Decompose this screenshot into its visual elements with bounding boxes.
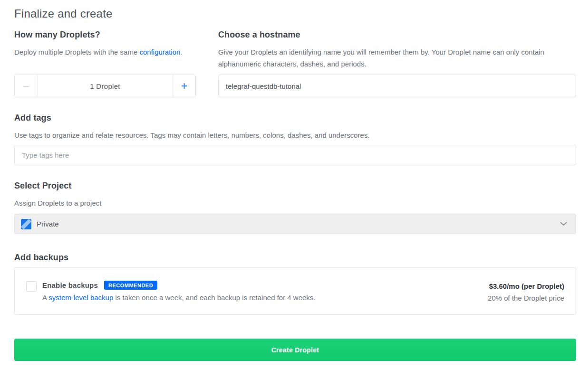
page-title: Finalize and create <box>14 7 576 21</box>
add-tags-heading: Add tags <box>14 113 576 123</box>
project-section: Select Project Assign Droplets to a proj… <box>14 180 576 234</box>
select-project-heading: Select Project <box>14 180 576 191</box>
droplet-count-value: 1 Droplet <box>38 75 173 97</box>
tags-description: Use tags to organize and relate resource… <box>14 129 576 141</box>
hostname-input[interactable] <box>218 75 576 97</box>
add-backups-heading: Add backups <box>14 252 576 263</box>
backups-card: Enable backups RECOMMENDED A system-leve… <box>14 267 576 315</box>
system-level-backup-link[interactable]: system-level backup <box>48 293 113 302</box>
project-select[interactable]: Private <box>14 214 576 234</box>
backups-price: $3.60/mo (per Droplet) <box>488 281 564 292</box>
recommended-badge: RECOMMENDED <box>104 281 157 290</box>
configuration-link[interactable]: configuration <box>139 48 180 56</box>
hostname-section: Choose a hostname Give your Droplets an … <box>218 29 576 97</box>
description-text: Deploy multiple Droplets with the same <box>14 48 139 56</box>
choose-hostname-heading: Choose a hostname <box>218 29 576 40</box>
create-droplet-button[interactable]: Create Droplet <box>14 339 576 361</box>
backups-description: A system-level backup is taken once a we… <box>42 292 316 303</box>
backups-price-note: 20% of the Droplet price <box>488 293 564 304</box>
project-icon-stripe <box>21 219 31 229</box>
droplet-count-stepper: – 1 Droplet + <box>14 75 196 97</box>
increase-droplets-button[interactable]: + <box>173 75 195 97</box>
tags-input[interactable] <box>14 145 576 165</box>
tags-section: Add tags Use tags to organize and relate… <box>14 113 576 165</box>
backups-title-row: Enable backups RECOMMENDED <box>42 281 316 290</box>
droplet-count-section: How many Droplets? Deploy multiple Dropl… <box>14 29 196 97</box>
project-folder-icon <box>21 219 31 229</box>
droplet-stepper-wrap: – 1 Droplet + <box>14 75 196 97</box>
decrease-droplets-button[interactable]: – <box>15 75 38 97</box>
backups-section: Add backups Enable backups RECOMMENDED A… <box>14 252 576 315</box>
backups-card-content: Enable backups RECOMMENDED A system-leve… <box>42 281 316 303</box>
tags-input-wrap <box>14 145 576 165</box>
chevron-down-icon <box>560 222 567 226</box>
hostname-description: Give your Droplets an identifying name y… <box>218 46 576 70</box>
project-description: Assign Droplets to a project <box>14 197 576 209</box>
enable-backups-checkbox[interactable] <box>26 281 37 292</box>
backups-desc-prefix: A <box>42 293 48 302</box>
selected-project-label: Private <box>37 220 59 228</box>
backups-price-block: $3.60/mo (per Droplet) 20% of the Drople… <box>488 281 564 304</box>
backups-desc-suffix: is taken once a week, and each backup is… <box>113 293 315 302</box>
finalize-and-create-page: Finalize and create How many Droplets? D… <box>0 0 588 369</box>
how-many-droplets-heading: How many Droplets? <box>14 29 196 40</box>
hostname-input-wrap <box>218 75 576 97</box>
top-row: How many Droplets? Deploy multiple Dropl… <box>14 29 576 97</box>
description-period: . <box>180 48 182 56</box>
enable-backups-label: Enable backups <box>42 281 98 289</box>
droplet-count-description: Deploy multiple Droplets with the same c… <box>14 46 196 58</box>
